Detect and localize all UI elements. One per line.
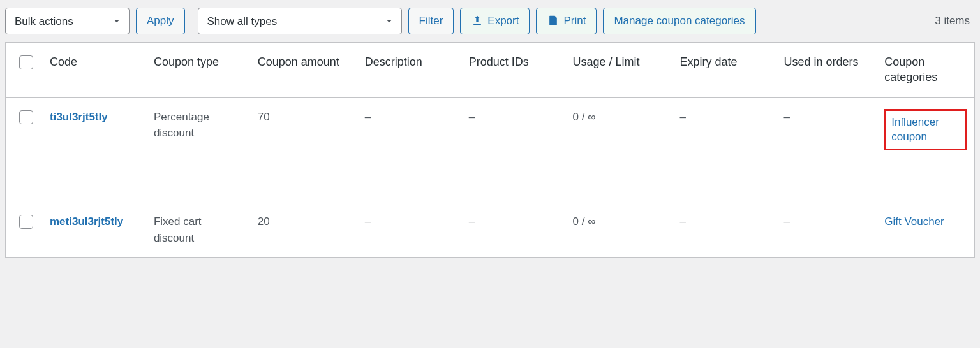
category-highlight-box: Influencer coupon — [884, 109, 967, 151]
coupons-table: Code Coupon type Coupon amount Descripti… — [5, 42, 975, 258]
column-header-categories: Coupon categories — [877, 43, 974, 97]
print-label: Print — [563, 15, 586, 27]
table-header-row: Code Coupon type Coupon amount Descripti… — [6, 43, 974, 97]
coupon-code-link[interactable]: ti3ul3rjt5tly — [50, 111, 108, 123]
coupon-category-link[interactable]: Influencer coupon — [891, 116, 939, 143]
column-header-used-in-orders: Used in orders — [776, 43, 877, 97]
row-checkbox[interactable] — [19, 215, 33, 229]
table-row: ti3ul3rjt5tlyPercentage discount70––0 / … — [6, 97, 974, 202]
select-all-checkbox[interactable] — [19, 55, 33, 69]
export-icon — [471, 15, 484, 27]
apply-button[interactable]: Apply — [136, 8, 185, 34]
items-count: 3 items — [935, 15, 975, 27]
expiry-date: – — [672, 97, 776, 202]
coupon-amount: 70 — [250, 97, 357, 202]
coupon-type: Fixed cart discount — [146, 202, 250, 257]
coupon-description: – — [357, 97, 461, 202]
used-in-orders: – — [776, 202, 877, 257]
used-in-orders: – — [776, 97, 877, 202]
usage-limit: 0 / ∞ — [565, 202, 672, 257]
column-header-product-ids: Product IDs — [461, 43, 565, 97]
column-header-type: Coupon type — [146, 43, 250, 97]
column-header-description: Description — [357, 43, 461, 97]
expiry-date: – — [672, 202, 776, 257]
coupon-category-link[interactable]: Gift Voucher — [884, 215, 944, 228]
export-label: Export — [487, 15, 519, 27]
bulk-actions-select[interactable]: Bulk actions — [5, 8, 130, 34]
print-button[interactable]: Print — [536, 8, 597, 34]
column-header-expiry: Expiry date — [672, 43, 776, 97]
export-button[interactable]: Export — [460, 8, 530, 34]
product-ids: – — [461, 97, 565, 202]
coupon-type-filter-select[interactable]: Show all types — [198, 8, 402, 34]
table-row: meti3ul3rjt5tlyFixed cart discount20––0 … — [6, 202, 974, 257]
usage-limit: 0 / ∞ — [565, 97, 672, 202]
product-ids: – — [461, 202, 565, 257]
filter-button[interactable]: Filter — [408, 8, 454, 34]
row-checkbox[interactable] — [19, 110, 33, 124]
coupon-description: – — [357, 202, 461, 257]
manage-categories-button[interactable]: Manage coupon categories — [603, 8, 755, 34]
toolbar: Bulk actions Apply Show all types Filter… — [5, 5, 975, 42]
column-header-usage-limit: Usage / Limit — [565, 43, 672, 97]
coupon-amount: 20 — [250, 202, 357, 257]
print-icon — [547, 15, 560, 27]
coupon-type: Percentage discount — [146, 97, 250, 202]
column-header-code[interactable]: Code — [42, 43, 146, 97]
column-header-amount: Coupon amount — [250, 43, 357, 97]
coupon-code-link[interactable]: meti3ul3rjt5tly — [50, 215, 123, 228]
